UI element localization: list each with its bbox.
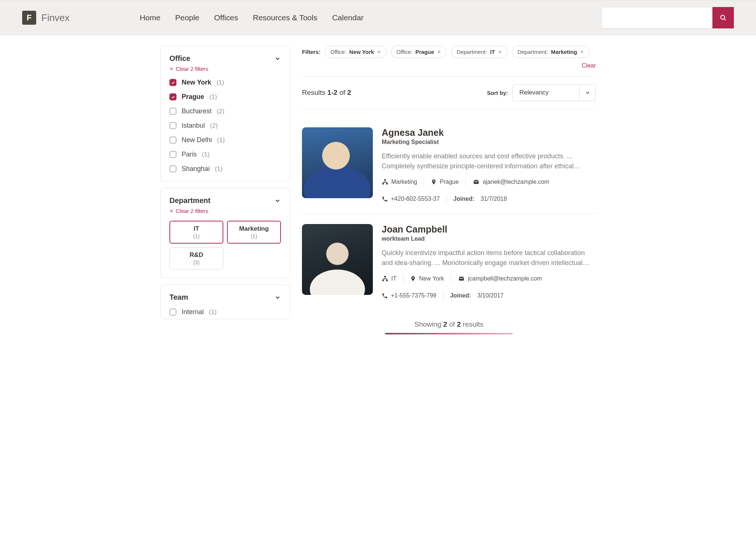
logo[interactable]: F Finvex	[22, 11, 70, 25]
person-name: Agnesa Janek	[382, 127, 596, 138]
tile-count: (1)	[172, 233, 220, 239]
nav-home[interactable]: Home	[140, 13, 161, 22]
sitemap-icon	[382, 179, 388, 185]
checkbox-icon	[169, 122, 176, 129]
tile-count: (3)	[172, 259, 221, 265]
main-content: Filters: Office:New YorkOffice:PragueDep…	[302, 46, 596, 334]
person-description: Efficiently enable enabled sources and c…	[382, 151, 596, 171]
facet-office-title: Office	[169, 54, 190, 63]
phone-icon	[382, 196, 388, 202]
filter-chip[interactable]: Department:IT	[451, 46, 508, 58]
office-option[interactable]: New Delhi (1)	[169, 136, 281, 144]
office-option[interactable]: New York (1)	[169, 79, 281, 86]
department-tile[interactable]: R&D(3)	[169, 247, 223, 269]
filters-label: Filters:	[302, 49, 320, 55]
option-label: Prague	[182, 93, 204, 101]
pin-icon	[431, 179, 437, 185]
clear-all-filters[interactable]: Clear	[582, 62, 596, 69]
close-icon	[169, 209, 173, 213]
header: F Finvex Home People Offices Resources &…	[0, 0, 756, 35]
tile-label: R&D	[172, 251, 221, 259]
checkbox-icon	[169, 137, 176, 144]
person-role: workteam Lead	[382, 235, 596, 242]
filter-chip[interactable]: Department:Marketing	[512, 46, 590, 58]
office-option[interactable]: Prague (1)	[169, 93, 281, 101]
avatar	[302, 224, 373, 295]
sort-dropdown[interactable]: Relevancy	[512, 84, 596, 101]
close-icon[interactable]	[437, 50, 441, 54]
logo-icon: F	[22, 11, 36, 25]
option-label: New York	[182, 79, 211, 86]
primary-nav: Home People Offices Resources & Tools Ca…	[140, 13, 364, 22]
svg-rect-20	[386, 280, 388, 281]
close-icon[interactable]	[580, 50, 584, 54]
svg-rect-18	[384, 276, 386, 278]
tile-count: (1)	[230, 233, 278, 239]
facet-office-header[interactable]: Office	[169, 54, 281, 63]
person-joined: Joined: 31/7/2018	[453, 195, 507, 203]
results-header: Results 1-2 of 2 Sort by: Relevancy	[302, 84, 596, 101]
filter-chip[interactable]: Office:New York	[325, 46, 386, 58]
facet-department-clear[interactable]: Clear 2 filters	[169, 208, 281, 214]
team-option[interactable]: Internal (1)	[169, 308, 281, 316]
svg-rect-16	[386, 183, 388, 185]
chip-value: IT	[490, 49, 495, 55]
facet-department-header[interactable]: Department	[169, 196, 281, 205]
person-email: ajanek@techzample.com	[472, 178, 549, 186]
chip-key: Office:	[396, 49, 412, 55]
nav-resources[interactable]: Resources & Tools	[253, 13, 317, 22]
sort-control: Sort by: Relevancy	[487, 84, 596, 101]
person-email: jcampbell@techzample.com	[458, 275, 542, 283]
person-name: Joan Campbell	[382, 224, 596, 235]
checkbox-icon	[169, 79, 176, 86]
facet-office: Office Clear 2 filters New York (1)Pragu…	[160, 46, 290, 181]
nav-people[interactable]: People	[175, 13, 199, 22]
chevron-down-icon	[579, 85, 595, 101]
nav-calendar[interactable]: Calendar	[332, 13, 364, 22]
department-tile[interactable]: IT(1)	[169, 221, 223, 244]
filter-chip[interactable]: Office:Prague	[391, 46, 447, 58]
person-office: Prague	[431, 178, 459, 186]
office-option[interactable]: Paris (1)	[169, 151, 281, 158]
option-count: (1)	[202, 151, 210, 158]
option-label: Internal	[182, 308, 204, 316]
close-icon[interactable]	[498, 50, 502, 54]
search-input[interactable]	[602, 7, 712, 28]
svg-rect-15	[382, 183, 384, 185]
office-option[interactable]: Shanghai (1)	[169, 165, 281, 173]
chip-value: Marketing	[551, 49, 577, 55]
person-dept: IT	[382, 275, 396, 283]
facet-team: Team Internal (1)	[160, 285, 290, 319]
option-count: (1)	[209, 93, 217, 101]
chevron-down-icon	[274, 294, 281, 301]
checkbox-icon	[169, 108, 176, 115]
chip-value: Prague	[415, 49, 434, 55]
nav-offices[interactable]: Offices	[214, 13, 238, 22]
tile-label: IT	[172, 225, 220, 233]
checkbox-icon	[169, 309, 176, 316]
option-count: (1)	[217, 137, 225, 144]
facet-office-clear[interactable]: Clear 2 filters	[169, 66, 281, 72]
brand-name: Finvex	[41, 12, 70, 24]
office-option[interactable]: Istanbul (2)	[169, 122, 281, 130]
person-phone: +1-555-7375-799	[382, 292, 436, 300]
office-option[interactable]: Bucharest (2)	[169, 107, 281, 115]
option-label: Bucharest	[182, 107, 212, 115]
department-tile[interactable]: Marketing(1)	[227, 221, 281, 244]
person-dept: Marketing	[382, 178, 417, 186]
close-icon[interactable]	[377, 50, 381, 54]
pin-icon	[410, 275, 416, 282]
facet-team-header[interactable]: Team	[169, 293, 281, 302]
svg-rect-19	[382, 280, 384, 281]
global-search	[602, 7, 734, 28]
person-card[interactable]: Joan Campbellworkteam LeadQuickly incent…	[302, 214, 596, 310]
progress-bar	[385, 333, 513, 334]
close-icon	[169, 67, 173, 71]
sidebar: Office Clear 2 filters New York (1)Pragu…	[160, 46, 290, 334]
search-button[interactable]	[712, 7, 734, 28]
facet-team-title: Team	[169, 293, 188, 302]
person-card[interactable]: Agnesa JanekMarketing SpecialistEfficien…	[302, 117, 596, 214]
divider	[302, 109, 596, 109]
chevron-down-icon	[274, 55, 281, 62]
option-count: (1)	[215, 165, 223, 173]
